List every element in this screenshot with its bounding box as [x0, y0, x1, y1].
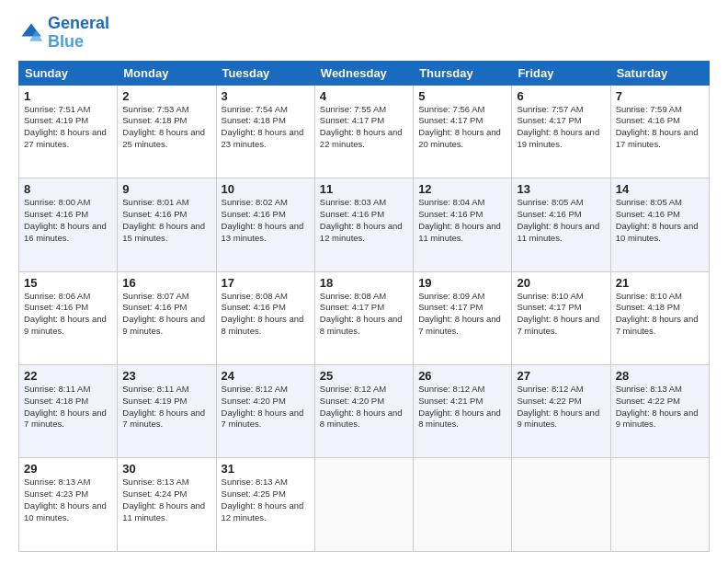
day-number: 4: [320, 89, 408, 103]
day-number: 29: [24, 462, 112, 476]
calendar-cell: 26Sunrise: 8:12 AMSunset: 4:21 PMDayligh…: [414, 365, 512, 458]
calendar-cell: [414, 458, 512, 552]
day-info: Sunrise: 8:08 AMSunset: 4:17 PMDaylight:…: [320, 291, 408, 338]
calendar-week-2: 8Sunrise: 8:00 AMSunset: 4:16 PMDaylight…: [19, 178, 710, 271]
calendar-cell: 17Sunrise: 8:08 AMSunset: 4:16 PMDayligh…: [216, 271, 314, 364]
day-info: Sunrise: 7:54 AMSunset: 4:18 PMDaylight:…: [222, 104, 310, 151]
day-info: Sunrise: 8:00 AMSunset: 4:16 PMDaylight:…: [24, 197, 112, 244]
calendar-cell: 30Sunrise: 8:13 AMSunset: 4:24 PMDayligh…: [118, 458, 216, 552]
day-info: Sunrise: 8:10 AMSunset: 4:17 PMDaylight:…: [517, 291, 605, 338]
day-number: 16: [122, 276, 210, 290]
day-number: 7: [616, 89, 704, 103]
calendar-cell: 23Sunrise: 8:11 AMSunset: 4:19 PMDayligh…: [118, 365, 216, 458]
day-info: Sunrise: 8:07 AMSunset: 4:16 PMDaylight:…: [122, 291, 210, 338]
calendar-cell: 25Sunrise: 8:12 AMSunset: 4:20 PMDayligh…: [314, 365, 413, 458]
calendar-cell: 12Sunrise: 8:04 AMSunset: 4:16 PMDayligh…: [414, 178, 512, 271]
day-number: 1: [24, 89, 112, 103]
day-info: Sunrise: 8:11 AMSunset: 4:19 PMDaylight:…: [122, 384, 210, 431]
day-info: Sunrise: 8:02 AMSunset: 4:16 PMDaylight:…: [222, 197, 310, 244]
day-number: 15: [24, 276, 112, 290]
day-number: 19: [418, 276, 506, 290]
calendar-cell: 3Sunrise: 7:54 AMSunset: 4:18 PMDaylight…: [216, 85, 314, 178]
calendar-cell: 31Sunrise: 8:13 AMSunset: 4:25 PMDayligh…: [216, 458, 314, 552]
day-info: Sunrise: 8:03 AMSunset: 4:16 PMDaylight:…: [320, 197, 408, 244]
day-info: Sunrise: 8:11 AMSunset: 4:18 PMDaylight:…: [24, 384, 112, 431]
calendar-header-row: SundayMondayTuesdayWednesdayThursdayFrid…: [19, 61, 710, 85]
day-info: Sunrise: 8:12 AMSunset: 4:20 PMDaylight:…: [222, 384, 310, 431]
day-info: Sunrise: 8:12 AMSunset: 4:21 PMDaylight:…: [418, 384, 506, 431]
day-info: Sunrise: 8:12 AMSunset: 4:22 PMDaylight:…: [517, 384, 605, 431]
day-number: 31: [222, 462, 310, 476]
day-number: 23: [122, 369, 210, 383]
calendar-cell: 21Sunrise: 8:10 AMSunset: 4:18 PMDayligh…: [610, 271, 709, 364]
day-number: 22: [24, 369, 112, 383]
day-info: Sunrise: 7:56 AMSunset: 4:17 PMDaylight:…: [418, 104, 506, 151]
header: General Blue: [18, 15, 710, 52]
weekday-header-sunday: Sunday: [19, 61, 118, 85]
day-info: Sunrise: 7:51 AMSunset: 4:19 PMDaylight:…: [24, 104, 112, 151]
day-info: Sunrise: 8:12 AMSunset: 4:20 PMDaylight:…: [320, 384, 408, 431]
day-number: 2: [122, 89, 210, 103]
weekday-header-saturday: Saturday: [610, 61, 709, 85]
calendar-cell: 22Sunrise: 8:11 AMSunset: 4:18 PMDayligh…: [19, 365, 118, 458]
calendar-cell: 9Sunrise: 8:01 AMSunset: 4:16 PMDaylight…: [118, 178, 216, 271]
calendar-cell: 29Sunrise: 8:13 AMSunset: 4:23 PMDayligh…: [19, 458, 118, 552]
day-info: Sunrise: 8:13 AMSunset: 4:25 PMDaylight:…: [222, 477, 310, 523]
day-number: 20: [517, 276, 605, 290]
calendar-cell: 2Sunrise: 7:53 AMSunset: 4:18 PMDaylight…: [118, 85, 216, 178]
day-number: 10: [222, 182, 310, 196]
calendar-cell: 10Sunrise: 8:02 AMSunset: 4:16 PMDayligh…: [216, 178, 314, 271]
logo-icon: [18, 20, 44, 46]
page: General Blue SundayMondayTuesdayWednesda…: [0, 0, 728, 563]
calendar-week-3: 15Sunrise: 8:06 AMSunset: 4:16 PMDayligh…: [19, 271, 710, 364]
calendar-cell: 5Sunrise: 7:56 AMSunset: 4:17 PMDaylight…: [414, 85, 512, 178]
calendar-cell: 19Sunrise: 8:09 AMSunset: 4:17 PMDayligh…: [414, 271, 512, 364]
day-number: 5: [418, 89, 506, 103]
weekday-header-friday: Friday: [512, 61, 610, 85]
calendar-cell: 4Sunrise: 7:55 AMSunset: 4:17 PMDaylight…: [314, 85, 413, 178]
day-number: 25: [320, 369, 408, 383]
logo: General Blue: [18, 15, 109, 52]
calendar-cell: [512, 458, 610, 552]
day-number: 8: [24, 182, 112, 196]
weekday-header-monday: Monday: [118, 61, 216, 85]
day-info: Sunrise: 8:13 AMSunset: 4:22 PMDaylight:…: [616, 384, 704, 431]
day-number: 6: [517, 89, 605, 103]
day-number: 28: [616, 369, 704, 383]
weekday-header-wednesday: Wednesday: [314, 61, 413, 85]
day-info: Sunrise: 8:13 AMSunset: 4:23 PMDaylight:…: [24, 477, 112, 523]
day-number: 18: [320, 276, 408, 290]
day-number: 30: [122, 462, 210, 476]
day-number: 21: [616, 276, 704, 290]
day-info: Sunrise: 7:55 AMSunset: 4:17 PMDaylight:…: [320, 104, 408, 151]
day-number: 26: [418, 369, 506, 383]
calendar-cell: 28Sunrise: 8:13 AMSunset: 4:22 PMDayligh…: [610, 365, 709, 458]
calendar-cell: 8Sunrise: 8:00 AMSunset: 4:16 PMDaylight…: [19, 178, 118, 271]
calendar-cell: 20Sunrise: 8:10 AMSunset: 4:17 PMDayligh…: [512, 271, 610, 364]
day-number: 17: [222, 276, 310, 290]
calendar-table: SundayMondayTuesdayWednesdayThursdayFrid…: [18, 61, 710, 552]
day-number: 11: [320, 182, 408, 196]
calendar-cell: 24Sunrise: 8:12 AMSunset: 4:20 PMDayligh…: [216, 365, 314, 458]
day-number: 27: [517, 369, 605, 383]
day-info: Sunrise: 7:57 AMSunset: 4:17 PMDaylight:…: [517, 104, 605, 151]
day-info: Sunrise: 8:13 AMSunset: 4:24 PMDaylight:…: [122, 477, 210, 523]
calendar-cell: 14Sunrise: 8:05 AMSunset: 4:16 PMDayligh…: [610, 178, 709, 271]
calendar-cell: 7Sunrise: 7:59 AMSunset: 4:16 PMDaylight…: [610, 85, 709, 178]
calendar-cell: 13Sunrise: 8:05 AMSunset: 4:16 PMDayligh…: [512, 178, 610, 271]
day-number: 13: [517, 182, 605, 196]
day-info: Sunrise: 8:06 AMSunset: 4:16 PMDaylight:…: [24, 291, 112, 338]
calendar-week-4: 22Sunrise: 8:11 AMSunset: 4:18 PMDayligh…: [19, 365, 710, 458]
day-info: Sunrise: 7:53 AMSunset: 4:18 PMDaylight:…: [122, 104, 210, 151]
calendar-cell: [610, 458, 709, 552]
calendar-week-1: 1Sunrise: 7:51 AMSunset: 4:19 PMDaylight…: [19, 85, 710, 178]
day-info: Sunrise: 7:59 AMSunset: 4:16 PMDaylight:…: [616, 104, 704, 151]
calendar-cell: 16Sunrise: 8:07 AMSunset: 4:16 PMDayligh…: [118, 271, 216, 364]
logo-text: General Blue: [48, 15, 109, 52]
day-info: Sunrise: 8:10 AMSunset: 4:18 PMDaylight:…: [616, 291, 704, 338]
day-number: 3: [222, 89, 310, 103]
day-info: Sunrise: 8:05 AMSunset: 4:16 PMDaylight:…: [616, 197, 704, 244]
calendar-cell: 18Sunrise: 8:08 AMSunset: 4:17 PMDayligh…: [314, 271, 413, 364]
day-number: 14: [616, 182, 704, 196]
day-info: Sunrise: 8:01 AMSunset: 4:16 PMDaylight:…: [122, 197, 210, 244]
